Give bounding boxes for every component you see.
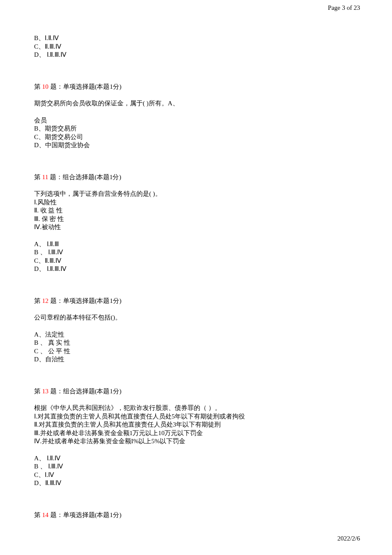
question-header: 第 11 题：组合选择题(本题1分) xyxy=(34,173,358,182)
item-iii: Ⅲ.并处或者单处非法募集资金金额1万元以上10万元以下罚金 xyxy=(34,429,358,438)
question-header: 第 10 题：单项选择题(本题1分) xyxy=(34,83,358,91)
option-a: 会员 xyxy=(34,116,358,125)
option-b: B 、 Ⅰ.Ⅲ.Ⅳ xyxy=(34,248,358,257)
page-footer: 2022/2/6 xyxy=(337,535,360,542)
question-13: 第 13 题：组合选择题(本题1分) 根据《中华人民共和国刑法》，犯欺诈发行股票… xyxy=(34,387,358,488)
question-number: 11 xyxy=(42,174,48,180)
option-b: B 、 真 实 性 xyxy=(34,339,358,347)
item-iv: Ⅳ.并处或者单处非法募集资金金额I%以上5%以下罚金 xyxy=(34,437,358,446)
question-options: 会员 B、期货交易所 C、期货交易公司 D、中国期货业协会 xyxy=(34,116,358,150)
question-suffix: 题：单项选择题(本题1分) xyxy=(49,511,121,518)
question-header: 第 12 题：单项选择题(本题1分) xyxy=(34,297,358,305)
question-prefix: 第 xyxy=(34,83,42,90)
question-number: 13 xyxy=(42,388,49,395)
stem-line: 下列选项中，属于证券自营业务特点的是( )。 xyxy=(34,190,358,198)
option-d: D、Ⅱ.Ⅲ.Ⅳ xyxy=(34,479,358,488)
question-header: 第 13 题：组合选择题(本题1分) xyxy=(34,387,358,396)
question-number: 12 xyxy=(42,297,49,304)
option-b: B 、 Ⅰ.Ⅲ.Ⅳ xyxy=(34,462,358,471)
option-c: C、Ⅰ.Ⅳ xyxy=(34,471,358,479)
question-14: 第 14 题：单项选择题(本题1分) xyxy=(34,511,358,520)
question-11: 第 11 题：组合选择题(本题1分) 下列选项中，属于证券自营业务特点的是( )… xyxy=(34,173,358,273)
question-prefix: 第 xyxy=(34,297,42,304)
stem-line: 根据《中华人民共和国刑法》，犯欺诈发行股票、债券罪的（ ）。 xyxy=(34,404,358,413)
question-suffix: 题：单项选择题(本题1分) xyxy=(49,297,121,304)
question-12: 第 12 题：单项选择题(本题1分) 公司章程的基本特征不包括()。 A、法定性… xyxy=(34,297,358,364)
question-stem: 下列选项中，属于证券自营业务特点的是( )。 Ⅰ.风险性 Ⅱ. 收 益 性 Ⅲ.… xyxy=(34,190,358,232)
option-d: D、自治性 xyxy=(34,355,358,364)
page-number-label: Page 3 of 23 xyxy=(328,4,360,11)
option-d: D、中国期货业协会 xyxy=(34,141,358,150)
question-prefix: 第 xyxy=(34,388,42,395)
question-header: 第 14 题：单项选择题(本题1分) xyxy=(34,511,358,520)
question-options: A、 Ⅰ.Ⅱ.Ⅳ B 、 Ⅰ.Ⅲ.Ⅳ C、Ⅰ.Ⅳ D、Ⅱ.Ⅲ.Ⅳ xyxy=(34,454,358,488)
item-ii: Ⅱ. 收 益 性 xyxy=(34,206,358,215)
prev-question-tail: B、Ⅰ.Ⅱ.Ⅳ C、Ⅱ.Ⅲ.Ⅳ D、 Ⅰ.Ⅱ.Ⅲ.Ⅳ xyxy=(34,34,358,59)
option-c: C、Ⅱ.Ⅲ.Ⅳ xyxy=(34,257,358,265)
option-a: A、 Ⅰ.Ⅱ.Ⅲ xyxy=(34,240,358,249)
question-number: 10 xyxy=(42,83,49,90)
footer-date: 2022/2/6 xyxy=(337,535,360,542)
question-options: A、法定性 B 、 真 实 性 C 、 公 平 性 D、自治性 xyxy=(34,331,358,364)
option-d: D、 Ⅰ.Ⅱ.Ⅲ.Ⅳ xyxy=(34,51,358,59)
question-prefix: 第 xyxy=(34,174,42,180)
option-c: C、期货交易公司 xyxy=(34,133,358,142)
item-iv: Ⅳ.被动性 xyxy=(34,223,358,232)
question-stem: 期货交易所向会员收取的保证金，属于( )所有。A、 xyxy=(34,99,358,108)
page-content: B、Ⅰ.Ⅱ.Ⅳ C、Ⅱ.Ⅲ.Ⅳ D、 Ⅰ.Ⅱ.Ⅲ.Ⅳ 第 10 题：单项选择题(… xyxy=(34,34,358,543)
option-b: B、Ⅰ.Ⅱ.Ⅳ xyxy=(34,34,358,43)
item-ii: Ⅱ.对其直接负责的主管人员和其他直接责任人员处3年以下有期徒刑 xyxy=(34,421,358,429)
item-i: Ⅰ.对其直接负责的主管人员和其他直接责任人员处5年以下有期徒刑或者拘役 xyxy=(34,413,358,421)
question-suffix: 题：组合选择题(本题1分) xyxy=(48,174,121,180)
option-a: A、法定性 xyxy=(34,331,358,339)
question-suffix: 题：组合选择题(本题1分) xyxy=(49,388,121,395)
question-stem: 根据《中华人民共和国刑法》，犯欺诈发行股票、债券罪的（ ）。 Ⅰ.对其直接负责的… xyxy=(34,404,358,446)
question-prefix: 第 xyxy=(34,511,42,518)
question-suffix: 题：单项选择题(本题1分) xyxy=(49,83,121,90)
option-c: C、Ⅱ.Ⅲ.Ⅳ xyxy=(34,43,358,51)
item-iii: Ⅲ. 保 密 性 xyxy=(34,215,358,224)
page-header: Page 3 of 23 xyxy=(328,4,360,12)
item-i: Ⅰ.风险性 xyxy=(34,198,358,207)
question-number: 14 xyxy=(42,511,49,518)
option-d: D、 Ⅰ.Ⅱ.Ⅲ.Ⅳ xyxy=(34,265,358,273)
option-b: B、期货交易所 xyxy=(34,125,358,133)
option-a: A、 Ⅰ.Ⅱ.Ⅳ xyxy=(34,454,358,463)
question-stem: 公司章程的基本特征不包括()。 xyxy=(34,314,358,322)
question-10: 第 10 题：单项选择题(本题1分) 期货交易所向会员收取的保证金，属于( )所… xyxy=(34,83,358,150)
question-options: A、 Ⅰ.Ⅱ.Ⅲ B 、 Ⅰ.Ⅲ.Ⅳ C、Ⅱ.Ⅲ.Ⅳ D、 Ⅰ.Ⅱ.Ⅲ.Ⅳ xyxy=(34,240,358,273)
option-c: C 、 公 平 性 xyxy=(34,347,358,356)
